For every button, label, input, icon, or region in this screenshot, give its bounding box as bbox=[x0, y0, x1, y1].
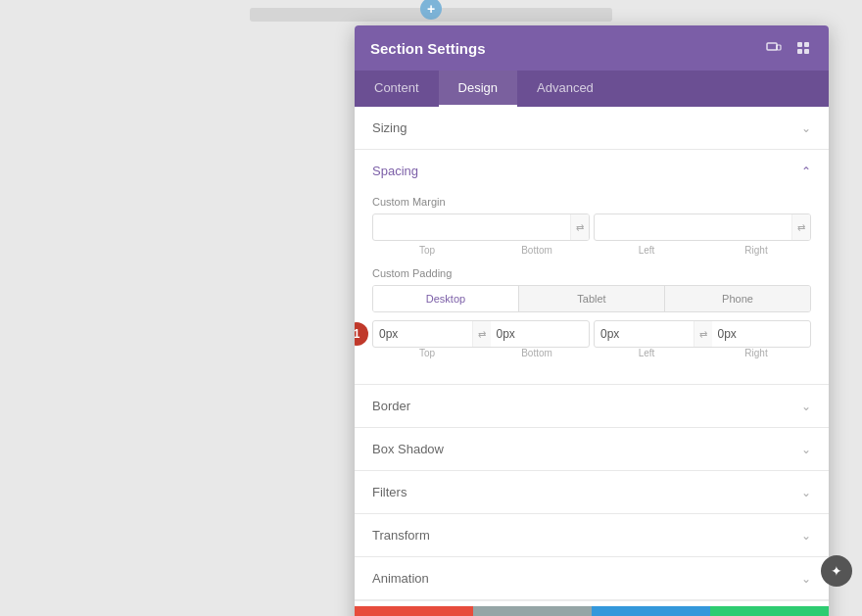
box-shadow-chevron-icon: ⌄ bbox=[801, 443, 811, 456]
padding-left-input[interactable] bbox=[595, 321, 694, 347]
margin-top-input[interactable] bbox=[373, 214, 570, 240]
animation-label: Animation bbox=[372, 571, 429, 586]
svg-rect-2 bbox=[797, 42, 802, 47]
cancel-button[interactable]: ✕ bbox=[355, 606, 473, 616]
spacing-section-header[interactable]: Spacing ⌃ bbox=[355, 150, 829, 192]
border-chevron-icon: ⌄ bbox=[801, 400, 811, 413]
sizing-label: Sizing bbox=[372, 120, 407, 135]
panel-header-icons bbox=[764, 38, 813, 58]
animation-chevron-icon: ⌄ bbox=[801, 572, 811, 586]
filters-chevron-icon: ⌄ bbox=[801, 486, 811, 499]
svg-rect-0 bbox=[767, 43, 777, 50]
add-section-button[interactable]: + bbox=[420, 0, 442, 20]
box-shadow-section-header[interactable]: Box Shadow ⌄ bbox=[355, 428, 829, 470]
svg-rect-4 bbox=[797, 49, 802, 54]
padding-link-icon[interactable]: ⇄ bbox=[472, 321, 491, 347]
transform-chevron-icon: ⌄ bbox=[801, 529, 811, 543]
grid-view-icon[interactable] bbox=[793, 38, 813, 58]
margin-link-icon-2[interactable]: ⇄ bbox=[791, 214, 810, 240]
device-tabs: Desktop Tablet Phone bbox=[372, 285, 811, 312]
margin-bottom-input[interactable] bbox=[595, 214, 791, 240]
margin-left-label: Left bbox=[592, 245, 701, 256]
animation-section: Animation ⌄ bbox=[355, 557, 829, 600]
animation-section-header[interactable]: Animation ⌄ bbox=[355, 557, 829, 599]
sizing-section-header[interactable]: Sizing ⌄ bbox=[355, 107, 829, 149]
spacing-content: Custom Margin ⇄ ⇄ Top Bottom Left Right bbox=[355, 196, 829, 384]
margin-right-label: Right bbox=[701, 245, 811, 256]
padding-top-bottom-input: ⇄ bbox=[372, 320, 590, 348]
filters-section-header[interactable]: Filters ⌄ bbox=[355, 471, 829, 513]
padding-left-label: Left bbox=[592, 348, 701, 358]
tab-content[interactable]: Content bbox=[355, 71, 439, 107]
svg-rect-5 bbox=[804, 49, 809, 54]
filters-section: Filters ⌄ bbox=[355, 471, 829, 514]
action-bar: ✕ ↺ ↻ ✓ bbox=[355, 606, 829, 616]
tab-advanced[interactable]: Advanced bbox=[517, 71, 613, 107]
transform-section: Transform ⌄ bbox=[355, 514, 829, 557]
transform-label: Transform bbox=[372, 528, 430, 543]
padding-bottom-label: Bottom bbox=[482, 348, 592, 358]
panel-body: Sizing ⌄ Spacing ⌃ Custom Margin ⇄ bbox=[355, 107, 829, 606]
padding-bottom-input[interactable] bbox=[491, 321, 590, 347]
margin-left-right-input: ⇄ bbox=[594, 213, 811, 241]
svg-rect-1 bbox=[777, 45, 781, 50]
svg-rect-3 bbox=[804, 42, 809, 47]
padding-inputs-row: 1 ⇄ ⇄ bbox=[372, 320, 811, 348]
device-tab-desktop[interactable]: Desktop bbox=[373, 286, 519, 311]
spacing-chevron-icon: ⌃ bbox=[801, 165, 811, 178]
custom-margin-label: Custom Margin bbox=[372, 196, 811, 208]
sizing-chevron-icon: ⌄ bbox=[801, 121, 811, 135]
panel-header: Section Settings bbox=[355, 25, 829, 71]
padding-top-label: Top bbox=[372, 348, 482, 358]
margin-top-label: Top bbox=[372, 245, 482, 256]
padding-left-right-input: ⇄ bbox=[594, 320, 811, 348]
padding-labels-row: Top Bottom Left Right bbox=[372, 348, 811, 358]
margin-bottom-label: Bottom bbox=[482, 245, 592, 256]
margin-link-icon[interactable]: ⇄ bbox=[570, 214, 589, 240]
box-shadow-label: Box Shadow bbox=[372, 442, 444, 456]
spacing-section: Spacing ⌃ Custom Margin ⇄ ⇄ bbox=[355, 150, 829, 385]
device-tab-phone[interactable]: Phone bbox=[665, 286, 810, 311]
margin-inputs-row: ⇄ ⇄ bbox=[372, 213, 811, 241]
step-badge: 1 bbox=[355, 322, 368, 346]
padding-right-input[interactable] bbox=[712, 321, 811, 347]
section-settings-panel: Section Settings Content Design Advanc bbox=[355, 25, 829, 616]
redo-button[interactable]: ↻ bbox=[592, 606, 710, 616]
padding-top-input[interactable] bbox=[373, 321, 472, 347]
tab-bar: Content Design Advanced bbox=[355, 71, 829, 107]
box-shadow-section: Box Shadow ⌄ bbox=[355, 428, 829, 471]
save-button[interactable]: ✓ bbox=[710, 606, 829, 616]
device-tab-tablet[interactable]: Tablet bbox=[519, 286, 665, 311]
tab-design[interactable]: Design bbox=[439, 71, 517, 107]
margin-top-bottom-input: ⇄ bbox=[372, 213, 590, 241]
padding-right-label: Right bbox=[701, 348, 811, 358]
sizing-section: Sizing ⌄ bbox=[355, 107, 829, 150]
reset-button[interactable]: ↺ bbox=[473, 606, 592, 616]
panel-title: Section Settings bbox=[370, 40, 486, 57]
responsive-toggle-icon[interactable] bbox=[764, 38, 784, 58]
filters-label: Filters bbox=[372, 485, 407, 499]
border-section-header[interactable]: Border ⌄ bbox=[355, 385, 829, 427]
custom-padding-label: Custom Padding bbox=[372, 267, 811, 279]
border-label: Border bbox=[372, 399, 410, 413]
canvas-bar: + bbox=[250, 8, 612, 22]
spacing-label: Spacing bbox=[372, 164, 418, 178]
border-section: Border ⌄ bbox=[355, 385, 829, 428]
padding-link-icon-2[interactable]: ⇄ bbox=[694, 321, 712, 347]
margin-labels-row: Top Bottom Left Right bbox=[372, 245, 811, 256]
floating-action-button[interactable]: ✦ bbox=[821, 555, 852, 587]
transform-section-header[interactable]: Transform ⌄ bbox=[355, 514, 829, 556]
